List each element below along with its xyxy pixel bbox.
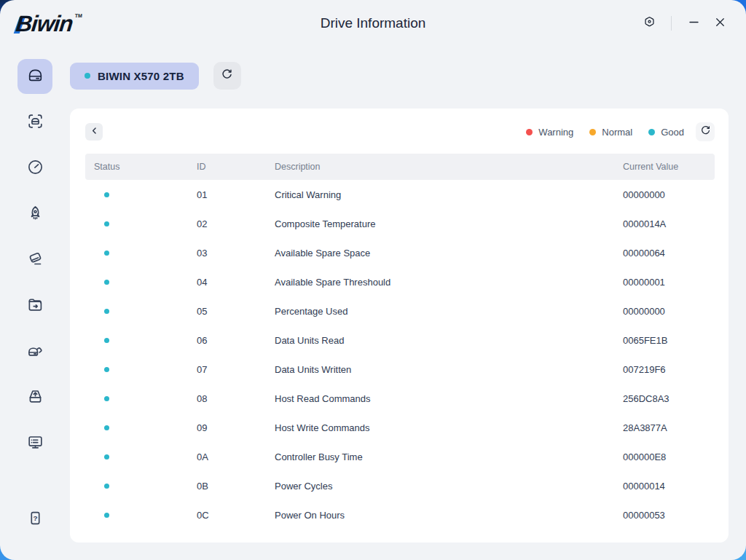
status-dot	[104, 396, 109, 401]
cell-id: 03	[197, 248, 275, 259]
cell-id: 07	[197, 364, 275, 375]
rescan-drives-button[interactable]	[213, 62, 241, 90]
sidebar-item-disk-clone[interactable]	[17, 334, 52, 369]
main-area: BIWIN X570 2TB WarningNormalGood StatusI…	[70, 47, 746, 560]
cell-description: Power On Hours	[275, 510, 623, 521]
cell-current-value: 007219F6	[623, 364, 715, 375]
table-row: 07Data Units Written007219F6	[85, 355, 715, 384]
status-dot	[104, 425, 109, 430]
sidebar: ?	[0, 47, 70, 560]
table-row: 0CPower On Hours00000053	[85, 500, 715, 529]
minimize-icon	[687, 15, 701, 31]
monitor-list-icon	[26, 433, 44, 454]
cell-current-value: 00000064	[623, 248, 715, 259]
cell-description: Data Units Read	[275, 335, 623, 346]
cell-id: 06	[197, 335, 275, 346]
table-row: 02Composite Temperature0000014A	[85, 209, 715, 238]
cell-description: Data Units Written	[275, 364, 623, 375]
status-dot	[104, 309, 109, 314]
sidebar-item-data-migration[interactable]	[17, 288, 52, 323]
biwin-logo: Biwin TM	[15, 12, 82, 35]
close-button[interactable]	[710, 13, 730, 33]
column-header-description: Description	[275, 162, 623, 172]
cell-description: Available Spare Threshould	[275, 277, 623, 288]
sidebar-item-system-info[interactable]	[17, 426, 52, 461]
refresh-table-button[interactable]	[696, 122, 715, 141]
cell-description: Host Read Commands	[275, 393, 623, 404]
status-dot	[104, 221, 109, 226]
legend-label: Good	[661, 127, 684, 138]
sidebar-item-smart-scan[interactable]	[17, 105, 52, 140]
cell-current-value: 00000000	[623, 189, 715, 200]
legend-dot-good	[648, 129, 655, 135]
sidebar-item-firmware-update[interactable]	[17, 380, 52, 415]
drive-information-panel: WarningNormalGood StatusIDDescriptionCur…	[70, 109, 729, 543]
rocket-icon	[26, 204, 44, 224]
table-body: 01Critical Warning0000000002Composite Te…	[85, 180, 715, 529]
cell-description: Controller Busy Time	[275, 451, 623, 462]
sidebar-item-optimization[interactable]	[17, 197, 52, 232]
logo-text: Biwin	[15, 12, 74, 35]
column-header-current-value: Current Value	[623, 162, 715, 172]
svg-text:?: ?	[33, 514, 37, 522]
titlebar: Biwin TM Drive Information	[0, 0, 746, 47]
table-row: 01Critical Warning00000000	[85, 180, 715, 209]
firmware-upload-icon	[26, 387, 44, 408]
logo-trademark: TM	[74, 13, 82, 18]
cell-description: Critical Warning	[275, 189, 623, 200]
chevron-left-icon	[89, 125, 100, 138]
legend-label: Warning	[538, 127, 573, 138]
table-row: 03Available Spare Space00000064	[85, 238, 715, 267]
status-dot	[104, 338, 109, 343]
status-dot	[104, 251, 109, 256]
back-button[interactable]	[85, 123, 103, 141]
cell-id: 08	[197, 393, 275, 404]
cell-current-value: 000000E8	[623, 451, 715, 462]
legend-item-warning: Warning	[526, 127, 573, 138]
cell-description: Host Write Commands	[275, 422, 623, 433]
legend-item-good: Good	[648, 127, 684, 138]
cell-description: Percentage Used	[275, 306, 623, 317]
cell-current-value: 00000014	[623, 481, 715, 492]
status-dot	[104, 454, 109, 460]
sidebar-item-help[interactable]: ?	[17, 502, 52, 537]
dual-drive-icon	[26, 342, 44, 362]
status-dot	[104, 513, 109, 518]
drive-selector-chip[interactable]: BIWIN X570 2TB	[70, 63, 199, 90]
status-legend: WarningNormalGood	[526, 122, 715, 141]
refresh-icon	[699, 125, 712, 139]
folder-transfer-icon	[26, 296, 44, 316]
cell-current-value: 00000053	[623, 510, 715, 521]
status-dot	[104, 367, 109, 372]
status-dot	[104, 192, 109, 197]
content-layout: ? BIWIN X570 2TB WarningNormalGood Statu…	[0, 47, 746, 560]
cell-id: 0C	[197, 510, 275, 521]
cell-description: Composite Temperature	[275, 218, 623, 229]
drive-status-dot	[85, 73, 90, 79]
status-dot	[104, 280, 109, 285]
cell-description: Power Cycles	[275, 481, 623, 492]
page-title: Drive Information	[0, 15, 746, 31]
settings-button[interactable]	[639, 13, 659, 33]
legend-dot-normal	[589, 129, 596, 135]
drive-icon	[26, 66, 44, 87]
refresh-icon	[220, 68, 234, 84]
table-row: 05Percentage Used00000000	[85, 296, 715, 326]
cell-current-value: 00000001	[623, 277, 715, 288]
table-row: 08Host Read Commands256DC8A3	[85, 384, 715, 413]
app-window: Biwin TM Drive Information ? BIWIN X570 …	[0, 0, 746, 560]
cell-current-value: 28A3877A	[623, 422, 715, 433]
window-controls	[639, 0, 730, 47]
table-row: 04Available Spare Threshould00000001	[85, 267, 715, 296]
sidebar-item-drive-info[interactable]	[17, 59, 52, 94]
panel-toolbar: WarningNormalGood	[85, 123, 715, 141]
cell-current-value: 0000014A	[623, 218, 715, 229]
eraser-icon	[26, 250, 44, 270]
minimize-button[interactable]	[683, 13, 704, 33]
table-row: 06Data Units Read0065FE1B	[85, 326, 715, 355]
cell-id: 01	[197, 189, 275, 200]
cell-id: 05	[197, 306, 275, 317]
cell-description: Available Spare Space	[275, 248, 623, 259]
sidebar-item-benchmark[interactable]	[17, 151, 52, 186]
sidebar-item-secure-erase[interactable]	[17, 242, 52, 277]
